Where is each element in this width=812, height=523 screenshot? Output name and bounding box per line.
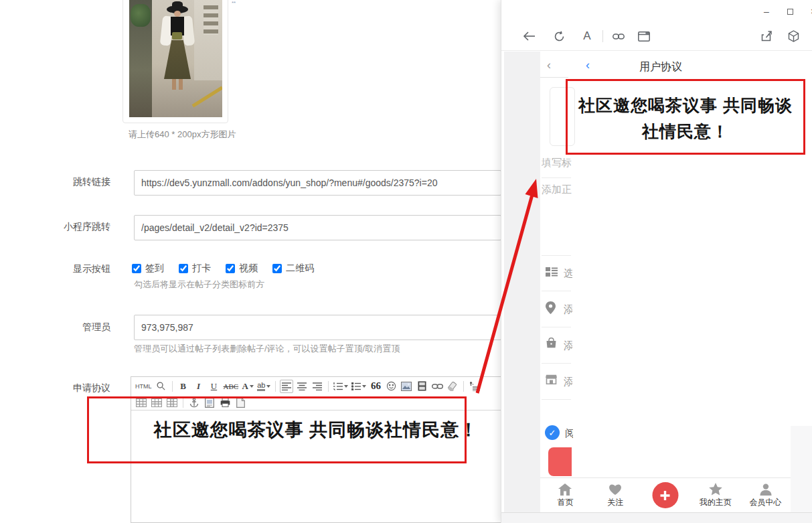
agreement-check-circle[interactable]: ✓ <box>545 425 560 440</box>
emoticon-button[interactable] <box>384 380 398 393</box>
category-icon[interactable] <box>546 267 558 280</box>
field-label-jump-link: 跳转链接 <box>27 176 110 188</box>
show-buttons-group: 签到 打卡 视频 二维码 <box>132 263 314 275</box>
title-placeholder[interactable]: 填写标 <box>542 157 573 169</box>
unordered-list-button[interactable] <box>351 380 367 393</box>
close-button[interactable]: × <box>807 5 812 17</box>
maximize-button[interactable] <box>784 5 796 17</box>
share-button[interactable] <box>756 26 777 46</box>
page-title: 用户协议 <box>540 60 781 74</box>
window-titlebar: – × <box>501 0 812 22</box>
screenshot-stage: ** 请上传640 * 200px方形图片 跳转链接 小程序跳转 显示按钮 签到… <box>0 0 812 523</box>
divider <box>542 255 571 256</box>
caret-down-icon <box>250 385 254 388</box>
caret-down-icon <box>344 385 348 388</box>
align-center-button[interactable] <box>295 380 309 393</box>
mini-jump-input[interactable] <box>134 215 501 240</box>
checkbox-label: 二维码 <box>286 263 314 275</box>
checkbox-signin[interactable]: 签到 <box>132 263 164 275</box>
field-label-agreement: 申请协议 <box>27 382 110 394</box>
divider <box>542 363 571 364</box>
agreement-read-partial: 阅 <box>565 427 573 440</box>
checkbox-punch[interactable]: 打卡 <box>179 263 211 275</box>
show-buttons-hint: 勾选后将显示在帖子分类图标前方 <box>134 279 264 291</box>
field-label-show-buttons: 显示按钮 <box>27 263 110 275</box>
checkbox-qrcode[interactable]: 二维码 <box>272 263 314 275</box>
window-toolbar: A <box>501 22 812 51</box>
align-left-button[interactable] <box>280 380 293 393</box>
location-pin-icon[interactable] <box>546 301 556 317</box>
insert-image-button[interactable] <box>400 380 413 393</box>
toolbar-divider <box>602 30 603 42</box>
remove-format-eraser-button[interactable] <box>446 380 459 393</box>
divider <box>542 399 571 400</box>
shopping-bag-icon[interactable] <box>546 338 557 351</box>
person-icon <box>760 482 772 496</box>
home-icon <box>558 482 572 496</box>
refresh-button[interactable] <box>549 26 569 46</box>
copy-link-button[interactable] <box>608 26 629 46</box>
ordered-list-button[interactable] <box>333 380 349 393</box>
back-button[interactable] <box>519 26 539 46</box>
insert-media-button[interactable] <box>415 380 428 393</box>
align-right-button[interactable] <box>311 380 324 393</box>
html-source-button[interactable]: HTML <box>135 380 153 393</box>
tab-follow[interactable]: 关注 <box>590 478 641 512</box>
highlight-color-button[interactable]: ab <box>256 380 271 393</box>
heart-icon <box>608 482 622 496</box>
header-divider <box>540 77 568 78</box>
preview-magnifier-icon[interactable] <box>155 380 168 393</box>
annotation-box-preview: 社区邀您喝茶议事 共同畅谈社情民意！ <box>566 79 805 155</box>
plus-button[interactable] <box>652 482 678 508</box>
video-checkbox[interactable] <box>226 264 235 273</box>
checkbox-label: 签到 <box>145 263 164 275</box>
font-color-button[interactable]: A <box>241 380 254 393</box>
phone-tabbar: 首页 关注 我的主页 会员中心 <box>540 477 791 512</box>
qrcode-checkbox[interactable] <box>272 264 282 273</box>
caret-down-icon <box>362 385 366 388</box>
add-shop-partial[interactable]: 添 <box>564 376 572 388</box>
checkbox-label: 视频 <box>239 263 258 275</box>
tab-home[interactable]: 首页 <box>540 478 590 512</box>
checkbox-video[interactable]: 视频 <box>226 263 258 275</box>
tab-member-center[interactable]: 会员中心 <box>740 478 791 512</box>
star-icon <box>709 482 722 496</box>
admins-hint: 管理员可以通过帖子列表删除帖子/评论，可以设置帖子置顶/取消置顶 <box>134 343 400 355</box>
strikethrough-button[interactable]: ABC <box>223 380 240 393</box>
storefront-icon[interactable] <box>546 374 557 387</box>
window-bottom-area <box>501 512 812 523</box>
divider <box>542 327 571 327</box>
checkbox-label: 打卡 <box>192 263 211 275</box>
tab-post[interactable] <box>641 478 691 512</box>
uploaded-image <box>129 0 222 117</box>
upload-photo-card[interactable] <box>123 0 228 123</box>
italic-button[interactable]: I <box>192 380 206 393</box>
add-goods-partial[interactable]: 添 <box>564 340 572 352</box>
tab-my-page[interactable]: 我的主页 <box>690 478 740 512</box>
annotation-box-editor <box>87 396 467 463</box>
divider <box>542 177 571 178</box>
package-cube-button[interactable] <box>783 26 803 46</box>
preview-agreement-text: 社区邀您喝茶议事 共同畅谈社情民意！ <box>574 92 797 145</box>
select-category-partial[interactable]: 选 <box>564 267 572 280</box>
divider <box>542 291 571 291</box>
punch-checkbox[interactable] <box>179 264 188 273</box>
underline-button[interactable]: U <box>208 380 221 393</box>
add-location-partial[interactable]: 添 <box>564 303 572 316</box>
simulator-background <box>504 52 540 512</box>
bold-button[interactable]: B <box>177 380 190 393</box>
jump-link-input[interactable] <box>134 170 501 196</box>
minimize-button[interactable]: – <box>760 5 773 17</box>
editor-toolbar-row1: HTML B I U ABC A ab <box>131 377 501 395</box>
field-label-mini-jump: 小程序跳转 <box>27 221 110 233</box>
font-size-button[interactable]: A <box>577 26 597 46</box>
blockquote-button[interactable]: 66 <box>369 380 382 393</box>
signin-checkbox[interactable] <box>132 264 141 273</box>
field-label-admins: 管理员 <box>27 321 110 333</box>
body-placeholder[interactable]: 添加正 <box>542 183 573 196</box>
admins-input[interactable] <box>134 315 501 340</box>
line-height-button[interactable] <box>468 380 481 393</box>
submit-button-fragment[interactable] <box>548 447 572 476</box>
insert-link-button[interactable] <box>430 380 444 393</box>
open-in-browser-button[interactable] <box>634 26 654 46</box>
